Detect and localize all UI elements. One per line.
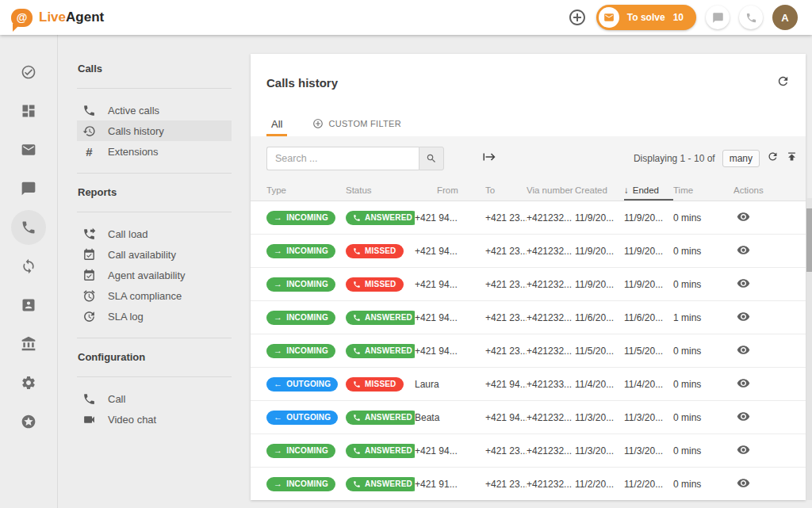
view-call-button[interactable] xyxy=(737,443,750,459)
table-row[interactable]: →INCOMINGMISSED+421 94...+421 23...+4212… xyxy=(251,235,806,268)
column-header-from[interactable]: From xyxy=(415,185,485,195)
search-input[interactable] xyxy=(266,147,419,170)
vertical-scrollbar[interactable] xyxy=(806,198,812,500)
view-call-button[interactable] xyxy=(737,343,750,359)
view-call-button[interactable] xyxy=(737,243,750,259)
nav-heading-calls: Calls xyxy=(77,50,232,88)
rail-star-icon[interactable] xyxy=(19,412,38,431)
view-call-button[interactable] xyxy=(737,310,750,326)
rail-sync-icon[interactable] xyxy=(19,257,38,276)
view-call-button[interactable] xyxy=(737,277,750,292)
refresh-page-button[interactable] xyxy=(776,74,790,91)
column-header-via-number[interactable]: Via number xyxy=(527,185,575,195)
table-toolbar: Displaying 1 - 10 of many xyxy=(251,136,806,180)
status-badge: ANSWERED xyxy=(346,477,415,491)
rail-bank-icon[interactable] xyxy=(19,334,38,353)
top-bar: @ LiveAgent To solve 10 A xyxy=(0,0,812,35)
ended-cell: 11/9/20... xyxy=(624,212,673,223)
scrollbar-thumb[interactable] xyxy=(806,208,812,272)
outgoing-arrow-icon: ← xyxy=(274,413,282,422)
incoming-arrow-icon: → xyxy=(274,446,282,455)
refresh-list-button[interactable] xyxy=(767,151,779,166)
phone-icon xyxy=(353,380,361,388)
table-row[interactable]: →INCOMINGMISSED+421 94...+421 23...+4212… xyxy=(251,268,806,301)
nav-item-call-availability[interactable]: Call availability xyxy=(77,244,232,265)
column-header-time[interactable]: Time xyxy=(673,185,722,195)
rail-phone-icon-active[interactable] xyxy=(11,210,46,245)
eye-icon xyxy=(737,410,750,423)
logo-text-live: Live xyxy=(39,10,66,25)
created-cell: 11/3/20... xyxy=(575,412,624,423)
calls-button[interactable] xyxy=(739,6,763,29)
status-cell: ANSWERED xyxy=(346,311,415,325)
main-area: Calls history All CUSTOM FILTER Displayi… xyxy=(251,35,812,508)
add-new-button[interactable] xyxy=(568,8,587,27)
nav-item-call-config[interactable]: Call xyxy=(77,388,232,409)
type-cell: →INCOMING xyxy=(266,477,346,491)
created-cell: 11/9/20... xyxy=(575,279,624,290)
via-number-cell: +421232... xyxy=(527,445,575,456)
rail-settings-gear-icon[interactable] xyxy=(19,373,38,392)
rail-dashboard-icon[interactable] xyxy=(19,101,38,120)
table-row[interactable]: ←OUTGOINGANSWEREDBeata+421 94...+421232.… xyxy=(251,401,806,434)
column-header-to[interactable]: To xyxy=(485,185,527,195)
table-row[interactable]: →INCOMINGANSWERED+421 94...+421 23...+42… xyxy=(251,334,806,368)
nav-item-calls-history[interactable]: Calls history xyxy=(77,120,232,141)
phone-icon xyxy=(82,392,96,406)
column-header-created[interactable]: Created xyxy=(575,185,624,195)
jump-forward-button[interactable] xyxy=(482,150,496,167)
column-header-status[interactable]: Status xyxy=(346,185,415,195)
export-top-button[interactable] xyxy=(786,151,798,166)
rail-contacts-icon[interactable] xyxy=(19,296,38,315)
to-solve-button[interactable]: To solve 10 xyxy=(596,5,696,30)
created-cell: 11/9/20... xyxy=(575,246,624,257)
column-header-ended[interactable]: ↓ Ended xyxy=(624,180,673,201)
actions-cell xyxy=(722,343,790,359)
view-call-button[interactable] xyxy=(737,210,750,226)
time-cell: 0 mins xyxy=(673,412,722,423)
table-header: Type Status From To Via number Created ↓… xyxy=(251,180,806,201)
update-clock-icon xyxy=(82,310,96,323)
view-call-button[interactable] xyxy=(737,410,750,426)
status-badge: ANSWERED xyxy=(346,411,415,425)
nav-item-call-load[interactable]: Call load xyxy=(77,223,232,244)
table-row[interactable]: ←OUTGOINGMISSEDLaura+421 94...+421233...… xyxy=(251,368,806,401)
logo-at-glyph: @ xyxy=(17,11,28,24)
nav-item-video-chat[interactable]: Video chat xyxy=(77,409,232,430)
nav-item-sla-compliance[interactable]: SLA compliance xyxy=(77,285,232,306)
rail-chat-icon[interactable] xyxy=(19,179,38,198)
to-cell: +421 94... xyxy=(485,412,527,423)
sort-desc-icon: ↓ xyxy=(624,185,629,195)
ended-cell: 11/4/20... xyxy=(624,379,673,390)
rail-mail-icon[interactable] xyxy=(19,140,38,159)
nav-item-agent-availability[interactable]: Agent availability xyxy=(77,265,232,285)
table-row[interactable]: →INCOMINGANSWERED+421 94...+421 23...+42… xyxy=(251,434,806,468)
nav-item-active-calls[interactable]: Active calls xyxy=(77,100,232,120)
nav-item-sla-log[interactable]: SLA log xyxy=(77,306,232,327)
table-row[interactable]: →INCOMINGANSWERED+421 91...+421 23...+42… xyxy=(251,468,806,500)
eye-icon xyxy=(737,277,750,290)
column-header-type[interactable]: Type xyxy=(266,185,346,195)
status-cell: ANSWERED xyxy=(346,444,415,458)
type-badge: →INCOMING xyxy=(266,277,335,292)
search-button[interactable] xyxy=(419,147,444,170)
column-header-actions: Actions xyxy=(722,185,790,195)
time-cell: 0 mins xyxy=(673,212,722,223)
tab-custom-filter[interactable]: CUSTOM FILTER xyxy=(308,111,406,136)
time-cell: 0 mins xyxy=(673,479,722,490)
incoming-arrow-icon: → xyxy=(274,246,282,255)
view-call-button[interactable] xyxy=(737,376,750,392)
view-call-button[interactable] xyxy=(737,476,750,492)
table-row[interactable]: →INCOMINGANSWERED+421 94...+421 23...+42… xyxy=(251,201,806,235)
user-avatar[interactable]: A xyxy=(772,5,798,30)
total-count-chip[interactable]: many xyxy=(722,150,760,167)
type-badge: →INCOMING xyxy=(266,211,335,225)
tab-all[interactable]: All xyxy=(266,111,287,136)
table-row[interactable]: →INCOMINGANSWERED+421 94...+421 23...+42… xyxy=(251,301,806,334)
chats-button[interactable] xyxy=(706,6,730,29)
alarm-icon xyxy=(82,289,96,303)
ended-cell: 11/3/20... xyxy=(624,445,673,456)
nav-item-extensions[interactable]: # Extensions xyxy=(77,141,232,162)
rail-check-circle-icon[interactable] xyxy=(19,63,38,82)
phone-icon xyxy=(353,281,361,288)
